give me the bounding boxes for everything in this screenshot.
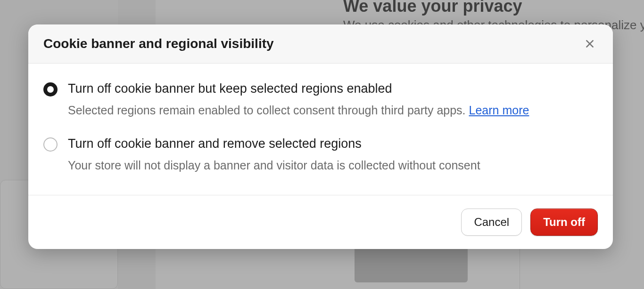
option-content: Turn off cookie banner and remove select… (68, 136, 598, 175)
modal-body: Turn off cookie banner but keep selected… (28, 64, 613, 195)
close-icon (585, 39, 595, 49)
learn-more-link[interactable]: Learn more (469, 104, 529, 117)
option-content: Turn off cookie banner but keep selected… (68, 81, 598, 120)
turn-off-button[interactable]: Turn off (530, 209, 598, 236)
modal-title: Cookie banner and regional visibility (43, 36, 274, 51)
cancel-button[interactable]: Cancel (461, 209, 522, 236)
option-description: Selected regions remain enabled to colle… (68, 102, 598, 120)
option-label: Turn off cookie banner but keep selected… (68, 81, 598, 96)
radio-unselected[interactable] (43, 137, 58, 152)
modal-footer: Cancel Turn off (28, 195, 613, 249)
option-keep-regions[interactable]: Turn off cookie banner but keep selected… (43, 81, 598, 120)
option-label: Turn off cookie banner and remove select… (68, 136, 598, 151)
cookie-banner-modal: Cookie banner and regional visibility Tu… (28, 24, 613, 249)
radio-selected[interactable] (43, 82, 58, 96)
modal-header: Cookie banner and regional visibility (28, 24, 613, 64)
option-remove-regions[interactable]: Turn off cookie banner and remove select… (43, 136, 598, 175)
close-button[interactable] (582, 36, 598, 52)
option-description: Your store will not display a banner and… (68, 157, 598, 175)
